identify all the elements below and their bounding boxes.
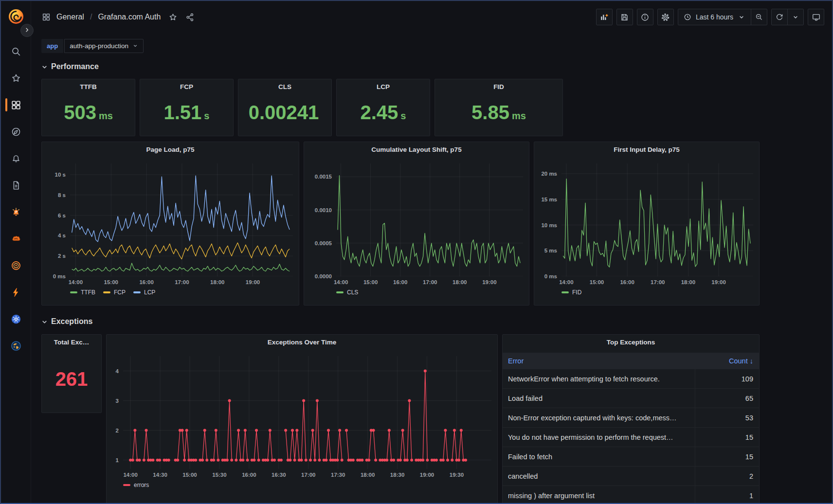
kubernetes-icon [11,314,21,324]
time-range-picker[interactable]: Last 6 hours [678,9,751,25]
y-tick-label: 0 ms [544,273,557,279]
panel-cls: CLS 0.00241 [238,79,332,136]
stat-panels-row: TTFB 503ms FCP 1.51s CLS 0.00241 [41,79,760,136]
x-tick-label: 16:00 [393,279,407,285]
chart-fid: 0 ms5 ms10 ms15 ms20 ms [534,163,759,276]
breadcrumb-dashboard-title[interactable]: Grafana.com Auth [98,13,161,21]
time-picker-group: Last 6 hours [678,9,767,25]
chart-plot-area[interactable] [70,163,293,276]
chart-plot-area[interactable] [123,356,491,469]
panel-title[interactable]: LCP [337,79,430,94]
breadcrumb-folder[interactable]: General [56,13,84,21]
y-axis: 1234 [107,356,123,469]
x-axis: 14:0015:0016:0017:0018:0019:00 [336,278,523,287]
sidebar-item-synthetic-monitoring[interactable] [1,332,31,359]
section-performance[interactable]: Performance [41,62,760,71]
ml-brain-icon [11,234,21,244]
panel-title[interactable]: CLS [238,79,331,94]
dashboard-insights-button[interactable] [637,9,653,25]
column-header-count[interactable]: Count ↓ [695,357,759,365]
legend-item-FCP[interactable]: FCP [103,289,126,296]
sidebar-item-performance-testing[interactable] [1,279,31,306]
expand-sidebar-button[interactable] [20,24,34,37]
stat-value-wrap: 2.45s [337,94,430,136]
chart-exceptions-over-time: 1234 [107,356,497,469]
save-dashboard-button[interactable] [616,9,633,25]
panel-title[interactable]: Page Load, p75 [42,142,299,157]
lightning-bolt-icon [11,287,21,298]
legend-swatch [123,484,130,486]
legend-item-LCP[interactable]: LCP [133,289,155,296]
sidebar-item-alerting[interactable] [1,145,31,172]
refresh-interval-dropdown[interactable] [787,9,803,25]
variable-label[interactable]: app [41,39,63,53]
dashboard-settings-button[interactable] [657,9,674,25]
chart-legend: CLS [336,289,529,296]
panel-title[interactable]: Exceptions Over Time [107,335,497,349]
sidebar-item-search[interactable] [1,38,31,65]
chart-plot-area[interactable] [561,163,753,276]
sidebar-item-oncall[interactable] [1,198,31,225]
table-row: Non-Error exception captured with keys: … [503,408,759,428]
sidebar-item-docs[interactable] [1,172,31,198]
panel-title[interactable]: Top Exceptions [503,335,759,349]
add-panel-button[interactable] [596,9,613,25]
oncall-bell-icon [11,207,21,217]
zoom-out-time-range-button[interactable] [751,9,767,25]
breadcrumb: General / Grafana.com Auth [42,13,195,22]
panel-ttfb: TTFB 503ms [41,79,135,136]
legend-swatch [336,291,344,293]
sidebar-item-starred[interactable] [1,65,31,91]
chart-page-load: 0 ms2 s4 s6 s8 s10 s [42,163,299,276]
panel-title[interactable]: FID [435,79,562,94]
x-tick-label: 15:30 [212,472,226,478]
panel-fcp: FCP 1.51s [140,79,234,136]
x-tick-label: 15:00 [104,279,118,285]
star-dashboard-icon[interactable] [168,13,178,22]
globe-icon [11,341,21,351]
table-header: Error Count ↓ [503,353,759,369]
section-title: Performance [51,62,99,71]
table-row: Load failed65 [503,389,759,408]
x-tick-label: 17:00 [175,279,189,285]
table-row: Failed to fetch15 [503,447,759,467]
panel-title[interactable]: Total Exc… [42,335,101,349]
exceptions-row: Total Exc… 261 Exceptions Over Time 1234… [41,334,760,504]
legend-item-FID[interactable]: FID [561,289,581,296]
y-tick-label: 2 s [58,253,66,259]
variable-value-dropdown[interactable]: auth-app-production [64,39,144,53]
legend-item-TTFB[interactable]: TTFB [70,289,95,296]
dashboard-grid-icon [42,13,51,21]
sidebar-item-machine-learning[interactable] [1,225,31,252]
panel-cumulative-layout-shift: Cumulative Layout Shift, p75 0.00000.000… [304,142,529,306]
x-tick-label: 18:00 [681,279,695,285]
panel-fid: FID 5.85ms [435,79,563,136]
x-axis: 14:0015:0016:0017:0018:0019:00 [70,278,293,287]
kiosk-mode-button[interactable] [808,9,824,25]
refresh-dashboard-button[interactable] [772,9,787,25]
share-dashboard-icon[interactable] [185,13,195,22]
add-panel-icon [599,13,609,22]
x-tick-label: 16:00 [620,279,634,285]
legend-item-errors[interactable]: errors [123,482,149,488]
sidebar-item-explore[interactable] [1,118,31,145]
panel-title[interactable]: TTFB [42,79,135,94]
panel-title[interactable]: FCP [140,79,233,94]
legend-item-CLS[interactable]: CLS [336,289,358,296]
panel-title[interactable]: Cumulative Layout Shift, p75 [304,142,529,157]
dashboards-grid-icon [11,100,21,110]
grafana-logo[interactable] [7,8,25,25]
chart-plot-area[interactable] [336,163,523,276]
sidebar-item-kubernetes-monitoring[interactable] [1,306,31,332]
y-tick-label: 0.0010 [315,207,332,213]
sidebar-item-dashboards[interactable] [1,91,31,118]
y-tick-label: 2 [116,428,119,433]
legend-swatch [103,291,110,293]
chevron-down-icon [737,13,746,21]
section-exceptions[interactable]: Exceptions [41,317,760,326]
stat-value: 1.51s [164,103,210,122]
column-header-error[interactable]: Error [503,357,695,365]
panel-title[interactable]: First Input Delay, p75 [534,142,759,157]
stat-value-wrap: 503ms [42,94,135,136]
sidebar-item-incident[interactable] [1,252,31,279]
